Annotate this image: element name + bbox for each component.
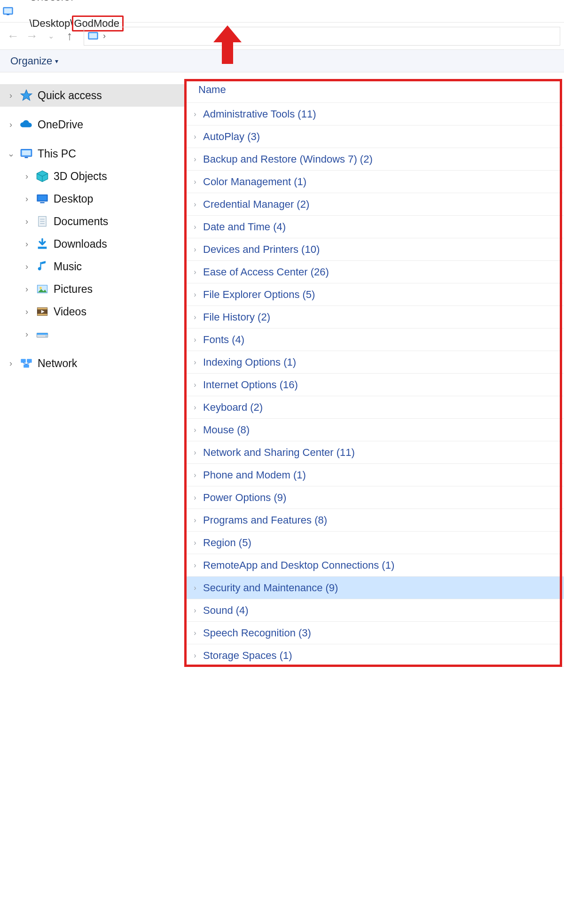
tree-label: Quick access xyxy=(38,89,102,102)
list-group-label: Administrative Tools (11) xyxy=(203,108,316,120)
organize-label: Organize xyxy=(10,55,52,67)
list-group-label: Programs and Features (8) xyxy=(203,514,327,526)
list-group-row[interactable]: ›Devices and Printers (10) xyxy=(184,238,564,261)
chevron-right-icon: › xyxy=(23,194,31,204)
list-group-label: Credential Manager (2) xyxy=(203,198,309,211)
documents-icon xyxy=(36,215,49,228)
list-group-row[interactable]: ›Internet Options (16) xyxy=(184,374,564,396)
pictures-icon xyxy=(36,282,49,296)
chevron-right-icon: › xyxy=(23,284,31,294)
list-group-label: Region (5) xyxy=(203,537,251,549)
videos-icon xyxy=(36,305,49,318)
list-group-row[interactable]: ›File Explorer Options (5) xyxy=(184,283,564,306)
list-group-row[interactable]: ›Backup and Restore (Windows 7) (2) xyxy=(184,148,564,171)
list-group-row[interactable]: ›Power Options (9) xyxy=(184,486,564,509)
onedrive-icon xyxy=(20,118,33,131)
chevron-right-icon: › xyxy=(192,606,198,615)
list-group-label: Phone and Modem (1) xyxy=(203,469,306,481)
list-group-row[interactable]: ›Fonts (4) xyxy=(184,329,564,351)
list-group-row[interactable]: ›Programs and Features (8) xyxy=(184,509,564,532)
tree-local-disk[interactable]: › xyxy=(0,323,184,345)
list-group-label: Network and Sharing Center (11) xyxy=(203,446,355,459)
nav-recent-button[interactable]: ⌄ xyxy=(41,27,60,46)
list-group-label: Indexing Options (1) xyxy=(203,356,296,368)
this-pc-icon xyxy=(20,147,33,160)
tree-label: Documents xyxy=(54,215,108,228)
tree-desktop[interactable]: › Desktop xyxy=(0,188,184,210)
control-panel-icon xyxy=(3,6,13,16)
drive-icon xyxy=(36,328,49,341)
chevron-right-icon: › xyxy=(192,290,198,299)
list-group-row[interactable]: ›Color Management (1) xyxy=(184,171,564,193)
list-group-label: Backup and Restore (Windows 7) (2) xyxy=(203,153,373,165)
list-group-label: Keyboard (2) xyxy=(203,401,263,414)
list-group-row[interactable]: ›AutoPlay (3) xyxy=(184,125,564,148)
svg-rect-19 xyxy=(38,247,47,249)
list-group-row[interactable]: ›Date and Time (4) xyxy=(184,216,564,238)
list-group-row[interactable]: ›Security and Maintenance (9) xyxy=(184,577,564,599)
list-group-row[interactable]: ›Credential Manager (2) xyxy=(184,193,564,216)
svg-rect-4 xyxy=(89,33,97,38)
tree-this-pc[interactable]: ⌄ This PC xyxy=(0,142,184,165)
control-panel-icon xyxy=(88,31,98,41)
chevron-right-icon: › xyxy=(23,307,31,317)
nav-back-button[interactable]: ← xyxy=(4,27,23,46)
list-group-label: Sound (4) xyxy=(203,604,249,617)
chevron-right-icon: › xyxy=(192,336,198,344)
chevron-right-icon: › xyxy=(23,239,31,249)
chevron-right-icon: › xyxy=(192,155,198,164)
tree-quick-access[interactable]: › Quick access xyxy=(0,84,184,107)
chevron-right-icon: › xyxy=(192,584,198,592)
list-group-row[interactable]: ›Mouse (8) xyxy=(184,419,564,441)
chevron-right-icon: › xyxy=(23,217,31,227)
address-bar[interactable]: › xyxy=(84,27,560,46)
list-group-label: Internet Options (16) xyxy=(203,379,298,391)
chevron-right-icon: › xyxy=(192,651,198,660)
chevron-right-icon: › xyxy=(192,561,198,570)
list-group-row[interactable]: ›Speech Recognition (3) xyxy=(184,622,564,644)
chevron-right-icon: › xyxy=(192,133,198,141)
command-bar: Organize ▾ xyxy=(0,50,564,72)
tree-3d-objects[interactable]: › 3D Objects xyxy=(0,165,184,188)
chevron-right-icon: › xyxy=(192,629,198,637)
svg-rect-32 xyxy=(24,364,29,368)
list-group-row[interactable]: ›RemoteApp and Desktop Connections (1) xyxy=(184,554,564,577)
list-group-row[interactable]: ›Sound (4) xyxy=(184,599,564,622)
tree-onedrive[interactable]: › OneDrive xyxy=(0,113,184,136)
breadcrumb-chevron-icon[interactable]: › xyxy=(103,31,106,41)
chevron-right-icon: › xyxy=(192,539,198,547)
chevron-right-icon: › xyxy=(192,381,198,389)
list-group-row[interactable]: ›File History (2) xyxy=(184,306,564,329)
tree-label: Network xyxy=(38,357,77,370)
content-pane: Name ›Administrative Tools (11)›AutoPlay… xyxy=(184,72,564,667)
tree-pictures[interactable]: › Pictures xyxy=(0,278,184,300)
tree-videos[interactable]: › Videos xyxy=(0,300,184,323)
chevron-right-icon: › xyxy=(192,178,198,186)
list-group-row[interactable]: ›Keyboard (2) xyxy=(184,396,564,419)
chevron-right-icon: › xyxy=(192,426,198,434)
network-icon xyxy=(20,357,33,370)
chevron-right-icon: › xyxy=(192,313,198,321)
list-group-row[interactable]: ›Indexing Options (1) xyxy=(184,351,564,374)
nav-up-button[interactable]: ↑ xyxy=(60,27,79,46)
nav-forward-button[interactable]: → xyxy=(23,27,41,46)
list-group-row[interactable]: ›Storage Spaces (1) xyxy=(184,644,564,667)
list-group-row[interactable]: ›Network and Sharing Center (11) xyxy=(184,441,564,464)
tree-downloads[interactable]: › Downloads xyxy=(0,233,184,255)
chevron-right-icon: › xyxy=(23,329,31,339)
tree-music[interactable]: › Music xyxy=(0,255,184,278)
organize-menu[interactable]: Organize ▾ xyxy=(10,55,58,67)
chevron-right-icon: › xyxy=(192,268,198,276)
tree-label: 3D Objects xyxy=(54,170,107,183)
list-group-row[interactable]: ›Ease of Access Center (26) xyxy=(184,261,564,283)
list-group-row[interactable]: ›Phone and Modem (1) xyxy=(184,464,564,486)
tree-label: Downloads xyxy=(54,238,107,251)
navbar: ← → ⌄ ↑ › xyxy=(0,23,564,50)
column-header-name[interactable]: Name xyxy=(184,81,564,103)
tree-label: Videos xyxy=(54,305,86,318)
list-group-label: Speech Recognition (3) xyxy=(203,627,311,639)
list-group-row[interactable]: ›Region (5) xyxy=(184,532,564,554)
list-group-row[interactable]: ›Administrative Tools (11) xyxy=(184,103,564,125)
tree-network[interactable]: › Network xyxy=(0,352,184,375)
tree-documents[interactable]: › Documents xyxy=(0,210,184,233)
